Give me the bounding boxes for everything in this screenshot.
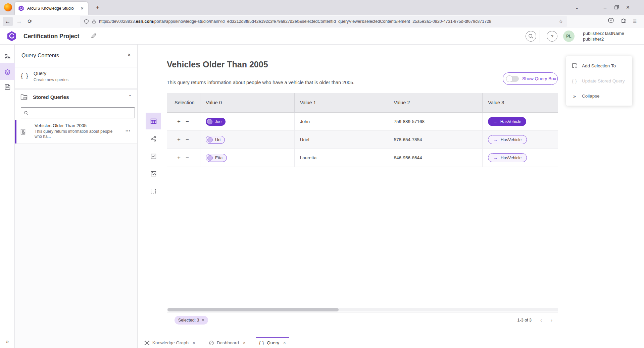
window-minimize-button[interactable]: –: [599, 5, 611, 10]
relationship-pill[interactable]: →HasVehicle: [488, 117, 526, 126]
menu-hamburger-icon[interactable]: ≡: [633, 17, 637, 25]
app-logo-icon: [7, 31, 17, 43]
window-restore-button[interactable]: [611, 5, 622, 10]
item-options-ellipsis-icon[interactable]: •••: [126, 129, 131, 133]
tab-close-icon[interactable]: ×: [242, 340, 246, 345]
actions-flyout-menu: Add Selection To { } Update Stored Query…: [566, 56, 632, 106]
relationship-pill[interactable]: →HasVehicle: [488, 153, 527, 162]
stored-queries-search[interactable]: [21, 107, 135, 118]
scrollbar-thumb[interactable]: [167, 308, 339, 311]
histogram-view-icon[interactable]: [146, 168, 161, 180]
firefox-icon[interactable]: [4, 3, 12, 11]
query-item-title: Query: [34, 71, 46, 76]
column-header-value3[interactable]: Value 3: [483, 93, 558, 112]
remove-from-selection-icon[interactable]: −: [186, 136, 189, 143]
clear-selection-icon[interactable]: ×: [202, 318, 204, 323]
selected-count-chip[interactable]: Selected: 3 ×: [175, 316, 208, 325]
help-button[interactable]: ?: [547, 31, 557, 42]
menu-item-update-stored-query: { } Update Stored Query: [566, 73, 632, 89]
entity-pill[interactable]: Joe: [206, 118, 226, 126]
column-header-value0[interactable]: Value 0: [200, 93, 295, 112]
menu-item-label: Collapse: [582, 94, 600, 99]
pagination-range: 1-3 of 3: [517, 318, 532, 323]
browser-tab[interactable]: ArcGIS Knowledge Studio ×: [15, 2, 88, 15]
relationship-pill[interactable]: →HasVehicle: [488, 135, 527, 144]
user-name[interactable]: publisher2 lastName publisher2: [583, 31, 624, 42]
tab-close-icon[interactable]: ×: [191, 340, 195, 345]
cell-value1: Lauretta: [295, 149, 389, 167]
stored-query-description: This query returns information about peo…: [35, 129, 113, 139]
tab-close-icon[interactable]: ×: [80, 5, 85, 11]
add-to-selection-icon[interactable]: +: [177, 136, 181, 143]
next-page-icon[interactable]: ›: [551, 317, 552, 323]
entity-pill[interactable]: Etta: [206, 154, 227, 162]
column-header-value2[interactable]: Value 2: [388, 93, 483, 112]
braces-icon: { }: [21, 72, 29, 79]
link-chart-view-icon[interactable]: [146, 133, 161, 145]
query-contents-panel: Query Contents × { } Query Create new qu…: [15, 45, 138, 348]
show-query-box-toggle[interactable]: Show Query Box: [503, 72, 558, 85]
add-to-selection-icon[interactable]: +: [177, 118, 181, 125]
selection-tools-icon[interactable]: [146, 185, 161, 197]
table-view-icon[interactable]: [146, 115, 161, 127]
extensions-puzzle-icon[interactable]: [621, 17, 627, 24]
stored-queries-search-input[interactable]: [31, 110, 132, 115]
stored-query-item[interactable]: Vehicles Older Than 2005 This query retu…: [15, 120, 137, 143]
query-list-item[interactable]: { } Query Create new queries: [15, 67, 137, 88]
back-button[interactable]: ←: [3, 17, 13, 26]
table-row[interactable]: +− Etta Lauretta 846-956-8644 →HasVehicl…: [167, 149, 558, 167]
data-model-tree-icon[interactable]: [0, 50, 15, 63]
horizontal-scrollbar[interactable]: [167, 308, 558, 311]
save-icon[interactable]: [0, 80, 15, 94]
url-bar[interactable]: https://dev0028833.esri.com/portal/apps/…: [80, 16, 567, 27]
forward-button[interactable]: →: [14, 17, 24, 26]
entity-pill[interactable]: Uri: [206, 136, 225, 144]
cell-value2: 759-889-57168: [388, 113, 483, 130]
panel-header: Query Contents ×: [15, 45, 137, 67]
add-selection-icon: [572, 63, 578, 69]
search-button[interactable]: [526, 31, 536, 42]
app-body: » Query Contents × { } Query Create new …: [0, 45, 644, 348]
tab-knowledge-graph[interactable]: Knowledge Graph ×: [141, 337, 199, 348]
bookmark-star-icon[interactable]: ☆: [559, 18, 563, 24]
tab-dashboard[interactable]: Dashboard ×: [205, 337, 249, 348]
selected-indicator-bar: [15, 120, 16, 143]
stored-queries-header[interactable]: Stored Queries ⌃: [15, 90, 137, 104]
window-close-button[interactable]: ×: [622, 4, 634, 11]
relationship-label: HasVehicle: [501, 156, 522, 160]
toggle-switch[interactable]: [507, 76, 519, 82]
add-to-selection-icon[interactable]: +: [177, 155, 181, 161]
edit-pencil-icon[interactable]: [91, 33, 97, 40]
remove-from-selection-icon[interactable]: −: [186, 118, 189, 125]
page-description: This query returns information about peo…: [167, 80, 354, 85]
reload-button[interactable]: ⟳: [25, 17, 35, 26]
column-header-value1[interactable]: Value 1: [295, 93, 389, 112]
left-rail: »: [0, 45, 15, 348]
tab-close-icon[interactable]: ×: [282, 340, 286, 345]
app-header: Certification Project ? PL publisher2 la…: [0, 28, 644, 45]
cell-value1: Uriel: [295, 131, 389, 149]
menu-item-collapse[interactable]: » Collapse: [566, 89, 632, 104]
search-icon: [528, 34, 534, 39]
entity-dot-icon: [207, 119, 212, 124]
avatar[interactable]: PL: [563, 31, 575, 42]
menu-item-add-selection-to[interactable]: Add Selection To: [566, 58, 632, 73]
toggle-knob: [506, 75, 513, 82]
column-header-selection[interactable]: Selection: [167, 93, 200, 112]
stored-queries-list-empty: [15, 143, 137, 348]
cell-value2: 846-956-8644: [388, 149, 483, 167]
tracking-shield-icon: [84, 19, 89, 24]
tab-list-chevron-icon[interactable]: ⌄: [572, 3, 582, 12]
layers-icon[interactable]: [0, 65, 15, 79]
pocket-icon[interactable]: [608, 17, 614, 24]
previous-page-icon[interactable]: ‹: [540, 317, 542, 323]
collapse-section-chevron-icon[interactable]: ⌃: [128, 94, 132, 99]
table-row[interactable]: +− Joe John 759-889-57168 →HasVehicle: [167, 113, 558, 131]
chart-view-icon[interactable]: [146, 150, 161, 162]
panel-close-icon[interactable]: ×: [128, 52, 131, 58]
new-tab-button[interactable]: +: [93, 3, 102, 12]
remove-from-selection-icon[interactable]: −: [186, 155, 189, 161]
table-row[interactable]: +− Uri Uriel 578-654-7854 →HasVehicle: [167, 131, 558, 149]
expand-rail-icon[interactable]: »: [0, 339, 15, 345]
tab-query[interactable]: { } Query ×: [256, 337, 289, 348]
